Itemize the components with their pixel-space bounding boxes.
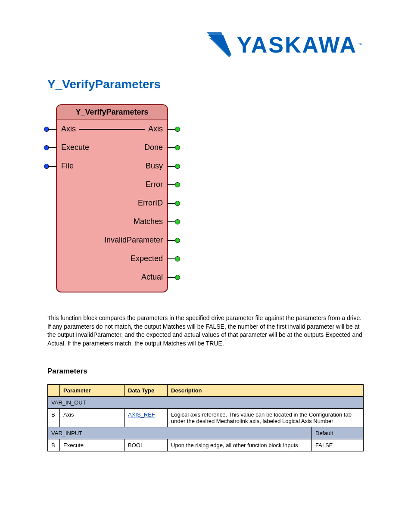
fb-row-invalidparameter: InvalidParameter (57, 231, 167, 249)
fb-row-matches: Matches (57, 212, 167, 231)
fb-output-actual: Actual (141, 273, 163, 282)
function-block-diagram: Y_VerifyParameters Axis Axis (56, 104, 364, 292)
table-row-execute: B Execute BOOL Upon the rising edge, all… (48, 439, 364, 451)
fb-row-expected: Expected (57, 249, 167, 268)
output-pin-dot (175, 164, 180, 169)
output-pin-line (167, 277, 176, 278)
table-cell-param: Execute (60, 439, 125, 451)
fb-output-done: Done (144, 143, 163, 152)
input-pin-line (48, 166, 57, 167)
table-header-row: Parameter Data Type Description (48, 385, 364, 397)
fb-row-error: Error (57, 175, 167, 194)
table-section-var-input: VAR_INPUT Default (48, 427, 364, 439)
fb-row-execute-done: Execute Done (57, 138, 167, 157)
parameters-heading: Parameters (47, 367, 364, 376)
output-pin-line (167, 147, 176, 148)
output-pin-line (167, 203, 176, 204)
fb-input-axis: Axis (61, 124, 76, 134)
table-cell-desc: Logical axis reference. This value can b… (168, 409, 364, 427)
output-pin-line (167, 129, 176, 130)
input-pin-line (48, 129, 57, 130)
table-row-axis: B Axis AXIS_REF Logical axis reference. … (48, 409, 364, 427)
output-pin-line (167, 166, 176, 167)
brand-logo-text: YASKAWA (237, 34, 357, 56)
table-cell-type: AXIS_REF (125, 409, 168, 427)
input-pin-line (48, 147, 57, 148)
fb-row-actual: Actual (57, 268, 167, 286)
fb-output-matches: Matches (134, 217, 163, 226)
fb-output-busy: Busy (146, 162, 163, 171)
fb-output-axis: Axis (148, 124, 163, 134)
axis-ref-link[interactable]: AXIS_REF (128, 411, 155, 418)
brand-logo-mark (207, 32, 234, 57)
output-pin-line (167, 258, 176, 259)
trademark-symbol: ™ (358, 42, 363, 47)
output-pin-line (167, 221, 176, 222)
table-cell-desc: Upon the rising edge, all other function… (168, 439, 312, 451)
table-header-parameter: Parameter (60, 385, 125, 397)
table-section-default: Default (312, 427, 364, 439)
table-cell-param: Axis (60, 409, 125, 427)
output-pin-dot (175, 201, 180, 206)
fb-output-errorid: ErrorID (138, 199, 163, 208)
fb-output-expected: Expected (131, 254, 163, 263)
table-cell-type: BOOL (125, 439, 168, 451)
brand-logo: YASKAWA ™ (207, 32, 363, 57)
table-section-label: VAR_INPUT (48, 427, 312, 439)
fb-row-errorid: ErrorID (57, 194, 167, 212)
fb-row-axis: Axis Axis (57, 120, 167, 138)
table-cell-b: B (48, 439, 60, 451)
description-text: This function block compares the paramet… (47, 314, 364, 348)
output-pin-dot (175, 127, 180, 132)
output-pin-dot (175, 145, 180, 150)
table-section-label: VAR_IN_OUT (48, 397, 364, 409)
fb-input-file: File (61, 162, 74, 171)
fb-input-execute: Execute (61, 143, 89, 152)
axis-divider-line (79, 129, 145, 130)
table-header-description: Description (168, 385, 364, 397)
output-pin-dot (175, 182, 180, 187)
table-header-blank (48, 385, 60, 397)
fb-output-error: Error (146, 180, 163, 189)
table-cell-b: B (48, 409, 60, 427)
table-cell-default: FALSE (312, 439, 364, 451)
parameters-table: Parameter Data Type Description VAR_IN_O… (47, 384, 364, 451)
table-header-datatype: Data Type (125, 385, 168, 397)
output-pin-dot (175, 275, 180, 280)
page-title: Y_VerifyParameters (47, 78, 364, 91)
output-pin-dot (175, 256, 180, 261)
output-pin-line (167, 184, 176, 185)
fb-row-file-busy: File Busy (57, 157, 167, 175)
output-pin-line (167, 240, 176, 241)
fb-title: Y_VerifyParameters (57, 105, 167, 120)
table-section-var-in-out: VAR_IN_OUT (48, 397, 364, 409)
output-pin-dot (175, 238, 180, 243)
output-pin-dot (175, 219, 180, 224)
fb-output-invalidparameter: InvalidParameter (104, 236, 163, 245)
